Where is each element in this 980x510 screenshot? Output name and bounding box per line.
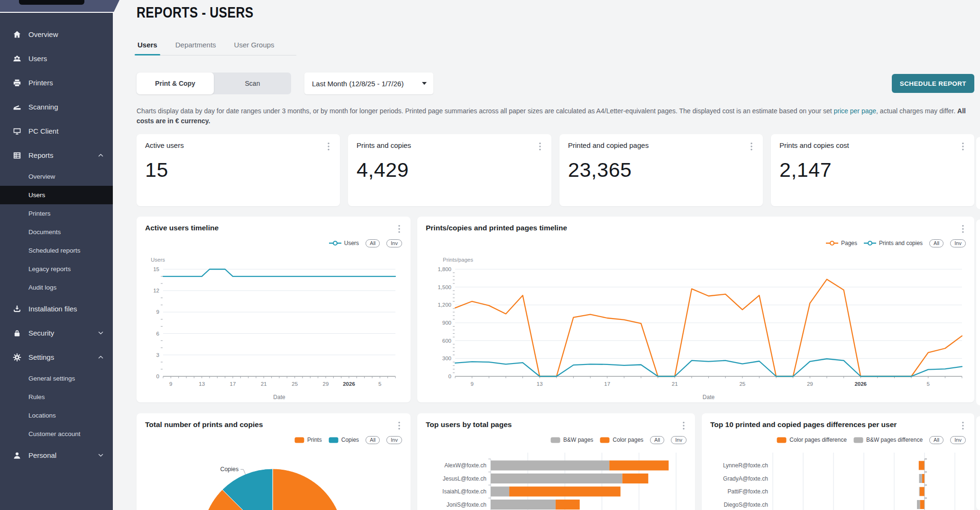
kebab-menu-icon[interactable] <box>396 224 402 234</box>
sidebar-subitem-locations[interactable]: Locations <box>0 406 113 425</box>
sidebar-item-installation-files[interactable]: Installation files <box>0 297 113 321</box>
svg-text:Users: Users <box>151 257 165 263</box>
sidebar-item-label: Scanning <box>28 103 58 111</box>
sidebar-item-label: Printers <box>28 79 53 87</box>
card-pages-differences: Top 10 printed and copied pages differen… <box>702 413 974 510</box>
sidebar-item-personal[interactable]: Personal <box>0 443 113 467</box>
monitor-icon <box>12 127 22 136</box>
charts-row-2: Total number of prints and copies Prints… <box>137 413 974 510</box>
legend-item-b-w-pages[interactable]: B&W pages <box>550 437 593 443</box>
stat-value: 2,147 <box>779 158 966 182</box>
sidebar: OverviewUsersPrintersScanningPC ClientRe… <box>0 13 113 510</box>
legend-all-button[interactable]: All <box>650 436 664 444</box>
download-icon <box>12 304 22 314</box>
main-content: REPORTS - USERS Users Departments User G… <box>113 0 980 510</box>
svg-text:Date: Date <box>703 394 715 401</box>
sidebar-item-reports[interactable]: Reports <box>0 143 113 167</box>
date-range-value: Last Month (12/8/25 - 1/7/26) <box>312 80 403 88</box>
chevron-down-icon <box>422 82 427 85</box>
page-title-wrap: REPORTS - USERS <box>137 3 974 22</box>
stat-cards-row: Active users 15 Prints and copies 4,429 … <box>137 134 974 206</box>
sidebar-subitem-documents[interactable]: Documents <box>0 223 113 241</box>
date-range-select[interactable]: Last Month (12/8/25 - 1/7/26) <box>304 73 433 94</box>
card-top-users-by-pages: Top users by total pages B&W pagesColor … <box>417 413 695 510</box>
legend-all-button[interactable]: All <box>929 436 943 444</box>
sidebar-item-users[interactable]: Users <box>0 46 113 71</box>
sidebar-subitem-audit-logs[interactable]: Audit logs <box>0 278 113 297</box>
legend-item-prints[interactable]: Prints <box>294 437 322 443</box>
card-prints-pages-timeline: Prints/copies and printed pages timeline… <box>417 217 974 402</box>
svg-text:9: 9 <box>156 309 159 315</box>
tab-departments[interactable]: Departments <box>175 41 216 55</box>
kebab-menu-icon[interactable] <box>749 141 754 152</box>
sidebar-subitem-rules[interactable]: Rules <box>0 388 113 406</box>
svg-text:Prints/pages: Prints/pages <box>443 257 473 263</box>
schedule-report-button[interactable]: SCHEDULE REPORT <box>892 74 974 93</box>
sidebar-item-security[interactable]: Security <box>0 321 113 345</box>
legend-label: Copies <box>341 437 359 443</box>
sidebar-item-settings[interactable]: Settings <box>0 345 113 369</box>
gear-icon <box>12 353 22 362</box>
legend-item-prints-and-copies[interactable]: Prints and copies <box>864 240 923 246</box>
kebab-menu-icon[interactable] <box>960 224 966 234</box>
sidebar-subitem-general-settings[interactable]: General settings <box>0 369 113 388</box>
kebab-menu-icon[interactable] <box>396 420 402 431</box>
sidebar-item-printers[interactable]: Printers <box>0 71 113 95</box>
sidebar-item-scanning[interactable]: Scanning <box>0 95 113 119</box>
sidebar-item-pc-client[interactable]: PC Client <box>0 119 113 143</box>
chart-title: Prints/copies and printed pages timeline <box>426 224 567 232</box>
svg-text:21: 21 <box>261 381 267 387</box>
sidebar-subitem-users[interactable]: Users <box>0 186 113 204</box>
legend-inv-button[interactable]: Inv <box>386 436 402 444</box>
sidebar-subitem-scheduled-reports[interactable]: Scheduled reports <box>0 241 113 260</box>
svg-text:Copies: Copies <box>220 466 238 473</box>
legend-inv-button[interactable]: Inv <box>671 436 687 444</box>
tab-user-groups[interactable]: User Groups <box>234 41 275 55</box>
svg-text:21: 21 <box>672 381 678 387</box>
tab-users[interactable]: Users <box>137 41 157 55</box>
legend-item-color-pages-difference[interactable]: Color pages difference <box>777 437 847 443</box>
kebab-menu-icon[interactable] <box>960 420 966 431</box>
kebab-menu-icon[interactable] <box>537 141 543 152</box>
svg-text:GradyA@foxte.ch: GradyA@foxte.ch <box>723 475 768 482</box>
svg-text:12: 12 <box>153 288 159 293</box>
legend-all-button[interactable]: All <box>366 239 380 247</box>
legend-all-button[interactable]: All <box>929 239 943 247</box>
legend-inv-button[interactable]: Inv <box>386 239 402 247</box>
charts-row-1: Active users timeline UsersAllInv 036912… <box>137 217 974 402</box>
scan-toggle-button[interactable]: Scan <box>214 73 291 94</box>
legend-item-users[interactable]: Users <box>329 240 359 246</box>
legend-all-button[interactable]: All <box>366 436 380 444</box>
legend-item-color-pages[interactable]: Color pages <box>600 437 643 443</box>
print-copy-toggle-button[interactable]: Print & Copy <box>137 73 214 94</box>
legend-item-b-w-pages-difference[interactable]: B&W pages difference <box>853 437 923 443</box>
legend-inv-button[interactable]: Inv <box>950 239 966 247</box>
chevron-up-icon <box>98 154 103 157</box>
kebab-menu-icon[interactable] <box>681 420 687 431</box>
kebab-menu-icon[interactable] <box>960 141 966 152</box>
svg-text:JesusL@foxte.ch: JesusL@foxte.ch <box>443 475 486 482</box>
svg-text:17: 17 <box>230 381 236 387</box>
report-tabs: Users Departments User Groups <box>137 41 296 55</box>
legend-item-copies[interactable]: Copies <box>329 437 359 443</box>
stat-value: 4,429 <box>357 158 543 182</box>
sidebar-subitem-legacy-reports[interactable]: Legacy reports <box>0 260 113 278</box>
svg-text:PattiF@foxte.ch: PattiF@foxte.ch <box>727 488 768 495</box>
svg-text:AlexW@foxte.ch: AlexW@foxte.ch <box>444 462 486 469</box>
chart-title: Active users timeline <box>145 224 219 232</box>
svg-text:1,800: 1,800 <box>438 266 451 272</box>
disclaimer-text: Charts display data by day for date rang… <box>137 106 974 126</box>
sidebar-subitem-overview[interactable]: Overview <box>0 167 113 186</box>
offscreen-card-sliver <box>976 137 980 209</box>
sidebar-subitem-customer-account[interactable]: Customer account <box>0 425 113 443</box>
chart-legend: PrintsCopiesAllInv <box>145 434 402 446</box>
kebab-menu-icon[interactable] <box>326 141 331 152</box>
sidebar-subitem-printers[interactable]: Printers <box>0 204 113 223</box>
legend-item-pages[interactable]: Pages <box>826 240 857 246</box>
legend-inv-button[interactable]: Inv <box>950 436 966 444</box>
sidebar-item-overview[interactable]: Overview <box>0 22 113 46</box>
svg-text:2026: 2026 <box>854 381 867 387</box>
price-per-page-link[interactable]: price per page <box>834 107 877 115</box>
chevron-down-icon <box>98 454 103 457</box>
sidebar-item-label: Users <box>28 55 47 63</box>
